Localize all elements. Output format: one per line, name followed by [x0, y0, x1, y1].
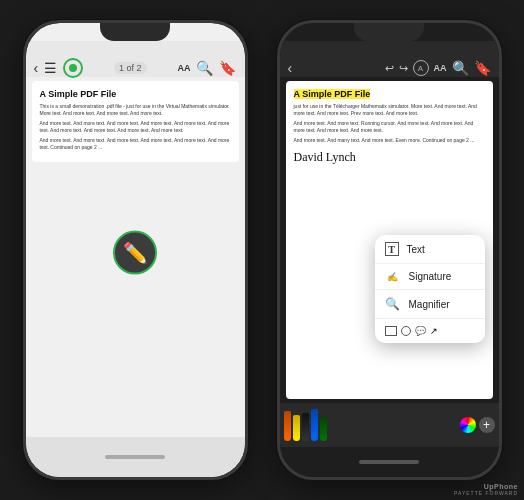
right-undo-icon[interactable]: ↩ — [385, 62, 394, 75]
watermark: UpPhone PAYETTE FORWARD — [454, 483, 518, 496]
bookmark-icon[interactable]: 🔖 — [219, 60, 236, 76]
left-notch — [100, 23, 170, 41]
circle-shape-icon — [401, 326, 411, 336]
pen-row — [284, 409, 457, 441]
black-pen[interactable] — [302, 413, 309, 441]
text-label: Text — [407, 244, 425, 255]
right-pdf-wrapper: A Simple PDF File just for use in the Té… — [280, 77, 499, 403]
right-pdf-para-1: just for use in the Télécharger Mathemat… — [294, 103, 485, 117]
magnifier-label: Magnifier — [409, 299, 450, 310]
popup-signature-item[interactable]: ✍ Signature — [375, 264, 485, 290]
right-bookmark-icon[interactable]: 🔖 — [474, 60, 491, 76]
popup-menu: T Text ✍ Signature 🔍 Magnifier — [375, 235, 485, 343]
popup-shapes-item[interactable]: 💬 ↗ — [375, 319, 485, 343]
pencil-overlay[interactable]: ✏️ — [113, 231, 157, 275]
annotate-green-icon[interactable] — [63, 58, 83, 78]
right-notch — [354, 23, 424, 41]
right-home-indicator — [359, 460, 419, 464]
right-aa-icon[interactable]: AA — [434, 63, 447, 73]
left-bottom-bar — [26, 437, 245, 477]
color-wheel[interactable] — [460, 417, 476, 433]
left-pdf-title: A Simple PDF File — [40, 89, 231, 99]
arrow-shape-icon: ↗ — [430, 326, 438, 336]
left-top-bar: ‹ ☰ 1 of 2 AA 🔍 🔖 — [26, 41, 245, 77]
right-pdf-title: A Simple PDF File — [294, 89, 485, 99]
right-pdf-para-2: And more text. And more text. Running cu… — [294, 120, 485, 134]
left-pdf-wrapper: A Simple PDF File This is a small demons… — [26, 77, 245, 437]
right-screen: ‹ ↩ ↪ A AA 🔍 🔖 A Simple PDF — [280, 23, 499, 477]
right-pdf-content: A Simple PDF File just for use in the Té… — [286, 81, 493, 399]
left-screen: ‹ ☰ 1 of 2 AA 🔍 🔖 — [26, 23, 245, 477]
green-pen[interactable] — [320, 417, 327, 441]
brand-name: UpPhone — [484, 483, 518, 490]
page-indicator: 1 of 2 — [114, 62, 147, 74]
speech-shape-icon: 💬 — [415, 326, 426, 336]
right-bottom-bar — [280, 447, 499, 477]
blue-pen[interactable] — [311, 409, 318, 441]
right-search-icon[interactable]: 🔍 — [452, 60, 469, 76]
popup-magnifier-item[interactable]: 🔍 Magnifier — [375, 290, 485, 319]
text-icon: T — [385, 242, 399, 256]
left-pdf-para-1: This is a small demonstration .pdf file … — [40, 103, 231, 117]
left-pdf-content: A Simple PDF File This is a small demons… — [32, 81, 239, 162]
left-pdf-para-2: And more text. And more text. And more t… — [40, 120, 231, 134]
brand-sub: PAYETTE FORWARD — [454, 490, 518, 496]
right-annotate-icon[interactable]: A — [413, 60, 429, 76]
search-icon[interactable]: 🔍 — [196, 60, 213, 76]
plus-button[interactable]: + — [479, 417, 495, 433]
right-top-bar: ‹ ↩ ↪ A AA 🔍 🔖 — [280, 41, 499, 77]
magnifier-icon: 🔍 — [385, 297, 401, 311]
pencil-icon: ✏️ — [123, 241, 148, 265]
signature-label: Signature — [409, 271, 452, 282]
left-phone: ‹ ☰ 1 of 2 AA 🔍 🔖 — [23, 20, 248, 480]
aa-icon[interactable]: AA — [177, 63, 190, 73]
signature-area: David Lynch — [294, 150, 485, 165]
right-back-icon[interactable]: ‹ — [288, 60, 293, 76]
orange-pen[interactable] — [284, 411, 291, 441]
right-pdf-para-3: And more text. And many text. And more t… — [294, 137, 485, 144]
right-phone: ‹ ↩ ↪ A AA 🔍 🔖 A Simple PDF — [277, 20, 502, 480]
container: ‹ ☰ 1 of 2 AA 🔍 🔖 — [0, 0, 524, 500]
back-icon[interactable]: ‹ — [34, 60, 39, 76]
yellow-pen[interactable] — [293, 415, 300, 441]
signature-icon: ✍ — [385, 272, 401, 282]
annotation-toolbar: + — [280, 403, 499, 447]
left-pdf-para-3: And more text. And more text. And more t… — [40, 137, 231, 151]
list-icon[interactable]: ☰ — [44, 60, 57, 76]
home-indicator — [105, 455, 165, 459]
popup-text-item[interactable]: T Text — [375, 235, 485, 264]
right-redo-icon[interactable]: ↪ — [399, 62, 408, 75]
rect-shape-icon — [385, 326, 397, 336]
title-highlight: A Simple PDF File — [294, 89, 371, 99]
